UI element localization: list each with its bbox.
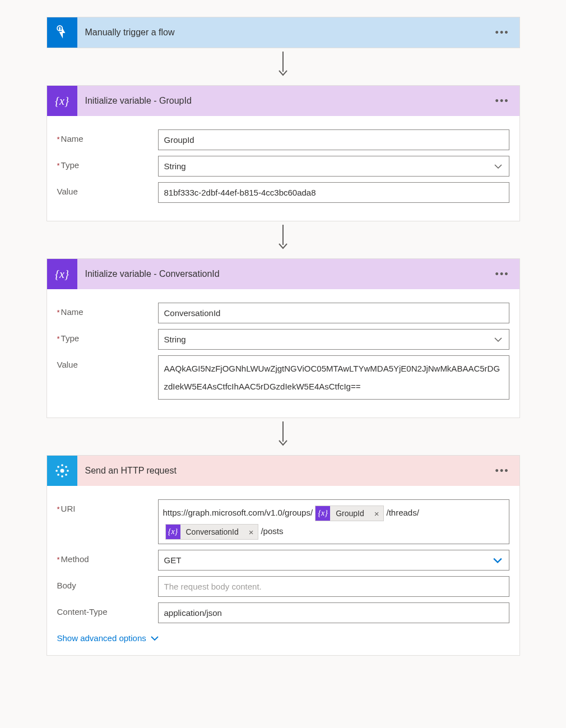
step-body: Name GroupId Type String Value 81bf333c-…: [47, 116, 519, 221]
select-type[interactable]: String: [158, 156, 509, 177]
label-type: Type: [57, 329, 158, 343]
svg-point-12: [57, 474, 59, 476]
svg-point-7: [61, 475, 63, 477]
label-method: Method: [57, 550, 158, 564]
step-title: Manually trigger a flow: [77, 27, 485, 38]
step-title: Initialize variable - GroupId: [77, 96, 485, 106]
svg-point-9: [67, 470, 69, 472]
trigger-icon: [47, 17, 77, 48]
step-init-var-groupid[interactable]: {x} Initialize variable - GroupId ••• Na…: [47, 85, 520, 221]
more-menu-icon[interactable]: •••: [485, 268, 519, 280]
show-advanced-options[interactable]: Show advanced options: [57, 629, 509, 643]
step-http-request[interactable]: Send an HTTP request ••• URI https://gra…: [47, 455, 520, 656]
more-menu-icon[interactable]: •••: [485, 465, 519, 477]
remove-token-icon[interactable]: ×: [244, 523, 258, 541]
chevron-down-icon: [494, 337, 502, 342]
remove-token-icon[interactable]: ×: [370, 504, 384, 523]
svg-point-13: [65, 474, 67, 476]
label-value: Value: [57, 355, 158, 369]
chevron-down-icon: [494, 164, 502, 169]
svg-point-11: [65, 466, 67, 468]
label-value: Value: [57, 182, 158, 196]
svg-point-8: [55, 470, 58, 472]
step-init-var-conversationid[interactable]: {x} Initialize variable - ConversationId…: [47, 258, 520, 418]
chevron-down-icon: [151, 636, 159, 641]
token-groupid[interactable]: {x}GroupId×: [315, 506, 384, 521]
fx-icon: {x}: [166, 525, 180, 539]
chevron-down-icon: [493, 557, 502, 564]
input-value[interactable]: 81bf333c-2dbf-44ef-b815-4cc3bc60ada8: [158, 182, 509, 203]
svg-point-5: [60, 469, 64, 473]
label-type: Type: [57, 156, 158, 170]
svg-point-6: [61, 464, 63, 466]
select-method[interactable]: GET: [158, 550, 509, 571]
flow-arrow: [47, 48, 520, 85]
label-name: Name: [57, 129, 158, 143]
variable-icon: {x}: [47, 86, 77, 116]
flow-arrow: [47, 418, 520, 455]
input-uri[interactable]: https://graph.microsoft.com/v1.0/groups/…: [158, 499, 509, 544]
step-header[interactable]: {x} Initialize variable - ConversationId…: [47, 259, 519, 289]
token-conversationid[interactable]: {x}ConversationId×: [165, 524, 259, 540]
step-header[interactable]: {x} Initialize variable - GroupId •••: [47, 86, 519, 116]
label-body: Body: [57, 576, 158, 590]
more-menu-icon[interactable]: •••: [485, 95, 519, 107]
flow-arrow: [47, 221, 520, 258]
input-body[interactable]: [158, 576, 509, 597]
input-name[interactable]: GroupId: [158, 129, 509, 150]
step-header[interactable]: Send an HTTP request •••: [47, 456, 519, 486]
input-content-type[interactable]: application/json: [158, 602, 509, 623]
variable-icon: {x}: [47, 259, 77, 289]
input-name[interactable]: ConversationId: [158, 303, 509, 323]
select-type[interactable]: String: [158, 329, 509, 350]
input-value[interactable]: AAQkAGI5NzFjOGNhLWUwZjgtNGViOC05MTAwLTYw…: [158, 355, 509, 400]
label-content-type: Content-Type: [57, 602, 158, 616]
step-body: Name ConversationId Type String Value AA…: [47, 289, 519, 418]
step-title: Initialize variable - ConversationId: [77, 269, 485, 279]
step-title: Send an HTTP request: [77, 466, 485, 476]
step-body: URI https://graph.microsoft.com/v1.0/gro…: [47, 486, 519, 655]
step-header[interactable]: Manually trigger a flow •••: [47, 17, 519, 48]
label-uri: URI: [57, 499, 158, 513]
fx-icon: {x}: [316, 506, 330, 521]
svg-point-10: [57, 466, 59, 468]
http-icon: [47, 456, 77, 486]
svg-rect-1: [59, 27, 61, 31]
step-manually-trigger[interactable]: Manually trigger a flow •••: [47, 17, 520, 48]
more-menu-icon[interactable]: •••: [485, 27, 519, 39]
label-name: Name: [57, 303, 158, 317]
